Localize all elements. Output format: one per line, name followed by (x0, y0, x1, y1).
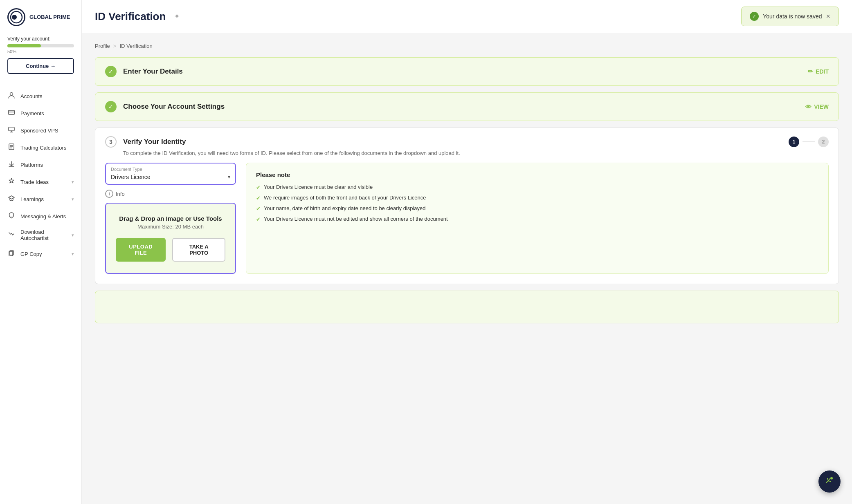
upload-drop-area: Drag & Drop an Image or Use Tools Maximu… (105, 203, 236, 274)
sidebar-item-accounts[interactable]: Accounts (0, 87, 81, 105)
please-note-item-3: ✔ Your name, date of birth and expiry da… (256, 205, 818, 212)
document-type-select-wrapper: Document Type Drivers Licence Passport N… (105, 163, 236, 185)
please-note-list: ✔ Your Drivers Licence must be clear and… (256, 184, 818, 222)
messaging-alerts-icon (7, 212, 16, 221)
sidebar-item-trade-ideas[interactable]: Trade Ideas ▾ (0, 173, 81, 190)
fab-button[interactable] (818, 470, 841, 493)
sidebar-item-learnings[interactable]: Learnings ▾ (0, 190, 81, 208)
learnings-icon (7, 195, 16, 204)
page-title: ID Verification (95, 10, 166, 23)
progress-percent: 50% (7, 49, 74, 54)
logo-text: GLOBAL PRIME (29, 14, 70, 20)
breadcrumb-current: ID Verification (119, 43, 152, 49)
page-line (803, 141, 815, 142)
trade-ideas-label: Trade Ideas (20, 179, 67, 185)
sidebar-divider (0, 84, 81, 84)
document-select-area: Document Type Drivers Licence Passport N… (105, 163, 236, 274)
fab-icon (824, 475, 835, 488)
platforms-icon (7, 160, 16, 169)
sidebar-item-sponsored-vps[interactable]: Sponsored VPS (0, 122, 81, 139)
step2-header: ✓ Choose Your Account Settings 👁 VIEW (95, 93, 839, 121)
sidebar: GLOBAL PRIME Verify your account: 50% Co… (0, 0, 82, 504)
content-area: Profile > ID Verification ✓ Enter Your D… (82, 33, 852, 504)
note-check-icon-3: ✔ (256, 206, 261, 212)
step1-header: ✓ Enter Your Details ✏ EDIT (95, 58, 839, 85)
please-note-item-2: ✔ We require images of both the front an… (256, 195, 818, 201)
main-area: ID Verification ✦ ✓ Your data is now sav… (82, 0, 852, 504)
info-circle-icon: i (105, 190, 113, 198)
header-left: ID Verification ✦ (95, 10, 180, 23)
breadcrumb-profile-link[interactable]: Profile (95, 43, 110, 49)
sponsored-vps-icon (7, 126, 16, 135)
step2-view-button[interactable]: 👁 VIEW (805, 103, 829, 110)
sponsored-vps-label: Sponsored VPS (20, 128, 74, 134)
accounts-icon (7, 92, 16, 101)
notification-banner: ✓ Your data is now saved × (741, 7, 839, 26)
svg-point-1 (12, 15, 17, 20)
sidebar-item-download-autochartist[interactable]: Download Autochartist ▾ (0, 225, 81, 245)
continue-button[interactable]: Continue → (7, 58, 74, 74)
step3-number: 3 (105, 136, 117, 148)
upload-file-button[interactable]: UPLOAD FILE (116, 238, 166, 262)
view-icon: 👁 (805, 103, 812, 110)
please-note-section: Please note ✔ Your Drivers Licence must … (246, 163, 829, 274)
upload-buttons: UPLOAD FILE TAKE A PHOTO (116, 238, 225, 262)
sidebar-logo: GLOBAL PRIME (0, 8, 81, 36)
sidebar-item-payments[interactable]: Payments (0, 105, 81, 122)
notification-message: Your data is now saved (763, 13, 822, 20)
step3-pagination: 1 2 (789, 137, 829, 147)
upload-drop-subtitle: Maximum Size: 20 MB each (116, 224, 225, 230)
info-button[interactable]: i Info (105, 190, 125, 198)
breadcrumb-separator: > (113, 43, 117, 49)
trade-ideas-chevron: ▾ (72, 179, 74, 185)
gp-copy-icon (7, 249, 16, 258)
learnings-chevron: ▾ (72, 197, 74, 202)
step3-section: 3 Verify Your Identity 1 2 To complete t… (95, 128, 839, 284)
take-photo-button[interactable]: TAKE A PHOTO (172, 238, 225, 262)
breadcrumb: Profile > ID Verification (95, 43, 839, 49)
sidebar-item-trading-calculators[interactable]: Trading Calculators (0, 139, 81, 156)
document-type-select[interactable]: Drivers Licence Passport National ID (111, 174, 230, 180)
accounts-label: Accounts (20, 93, 74, 99)
progress-bar-background (7, 44, 74, 47)
notification-check-icon: ✓ (750, 12, 759, 21)
step2-check-icon: ✓ (105, 101, 117, 112)
step3-title: Verify Your Identity (123, 138, 782, 146)
please-note-item-1: ✔ Your Drivers Licence must be clear and… (256, 184, 818, 190)
note-check-icon-2: ✔ (256, 195, 261, 201)
sidebar-item-platforms[interactable]: Platforms (0, 156, 81, 173)
step1-edit-button[interactable]: ✏ EDIT (808, 68, 829, 75)
notification-close-button[interactable]: × (826, 13, 830, 20)
sidebar-item-gp-copy[interactable]: GP Copy ▾ (0, 245, 81, 262)
download-autochartist-label: Download Autochartist (20, 229, 67, 241)
document-type-label: Document Type (111, 167, 230, 172)
gp-copy-label: GP Copy (20, 251, 67, 257)
autochartist-chevron: ▾ (72, 233, 74, 238)
step2-section: ✓ Choose Your Account Settings 👁 VIEW (95, 92, 839, 121)
trading-calculators-label: Trading Calculators (20, 145, 74, 151)
page-dot-2: 2 (818, 137, 829, 147)
step1-check-icon: ✓ (105, 66, 117, 77)
step3-body: Document Type Drivers Licence Passport N… (95, 163, 839, 284)
trading-calculators-icon (7, 143, 16, 152)
header: ID Verification ✦ ✓ Your data is now sav… (82, 0, 852, 33)
step2-title: Choose Your Account Settings (123, 103, 799, 111)
step3-description: To complete the ID Verification, you wil… (95, 148, 839, 163)
svg-rect-3 (9, 110, 15, 114)
verify-label: Verify your account: (7, 36, 74, 42)
pin-icon[interactable]: ✦ (174, 12, 180, 21)
note-check-icon-4: ✔ (256, 216, 261, 222)
payments-label: Payments (20, 110, 74, 116)
bottom-section (95, 291, 839, 323)
messaging-alerts-label: Messaging & Alerts (20, 213, 74, 220)
please-note-title: Please note (256, 171, 818, 178)
learnings-label: Learnings (20, 196, 67, 202)
sidebar-verify-section: Verify your account: 50% Continue → (0, 36, 81, 81)
step1-section: ✓ Enter Your Details ✏ EDIT (95, 57, 839, 86)
gp-copy-chevron: ▾ (72, 251, 74, 257)
edit-icon: ✏ (808, 68, 813, 75)
page-dot-1: 1 (789, 137, 799, 147)
svg-point-8 (830, 477, 833, 479)
sidebar-item-messaging-alerts[interactable]: Messaging & Alerts (0, 208, 81, 225)
payments-icon (7, 109, 16, 118)
